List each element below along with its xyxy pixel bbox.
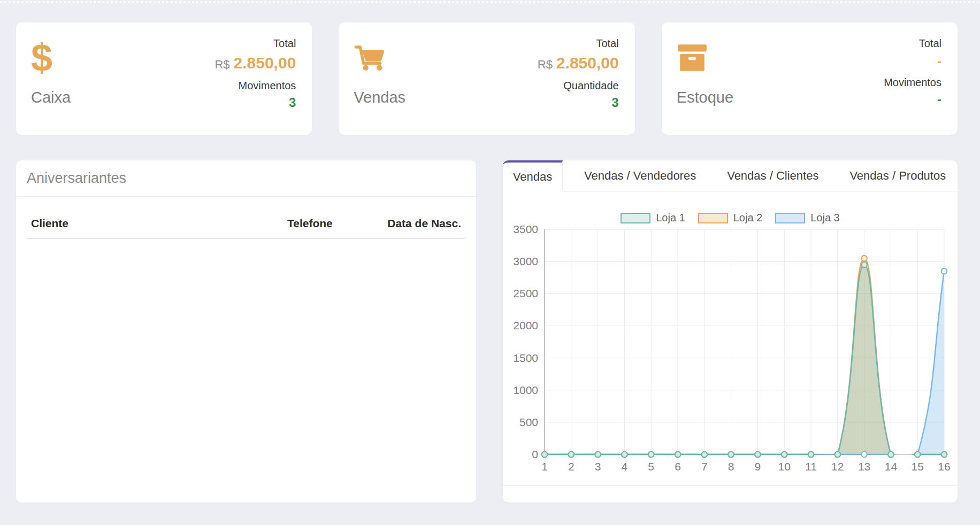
estoque-total-label: Total: [799, 37, 941, 50]
box-icon: [677, 43, 708, 73]
svg-text:11: 11: [805, 460, 817, 473]
legend-item-loja-2[interactable]: Loja 2: [698, 212, 763, 224]
svg-text:1: 1: [541, 460, 548, 473]
card-vendas-label: Vendas: [354, 89, 476, 106]
column-data-nasc: Data de Nasc.: [376, 217, 461, 230]
legend-label: Loja 1: [656, 212, 685, 224]
svg-text:14: 14: [885, 460, 898, 473]
svg-text:12: 12: [831, 460, 844, 473]
aniversariantes-panel: Aniversariantes Cliente Telefone Data de…: [16, 160, 476, 503]
aniversariantes-title: Aniversariantes: [16, 160, 476, 197]
legend-label: Loja 2: [733, 212, 763, 224]
cart-icon: [354, 44, 387, 71]
card-caixa: $ Caixa Total R$2.850,00 Movimentos 3: [16, 22, 312, 135]
caixa-total-label: Total: [153, 37, 296, 50]
svg-text:6: 6: [675, 460, 681, 473]
card-estoque: Estoque Total - Movimentos -: [662, 22, 958, 135]
card-vendas: Vendas Total R$2.850,00 Quantidade 3: [339, 22, 634, 135]
legend-label: Loja 3: [810, 212, 840, 224]
vendas-quantidade-value: 3: [476, 95, 618, 110]
svg-text:3000: 3000: [513, 255, 538, 267]
svg-text:4: 4: [622, 460, 628, 473]
svg-text:13: 13: [858, 460, 870, 473]
sales-line-chart[interactable]: 0500100015002000250030003500123456789101…: [503, 225, 958, 481]
panel-footer-divider: [503, 485, 958, 486]
caixa-movimentos-label: Movimentos: [153, 80, 296, 92]
legend-swatch: [775, 213, 805, 223]
legend-item-loja-1[interactable]: Loja 1: [621, 212, 685, 224]
svg-text:1000: 1000: [513, 384, 538, 396]
tab-vendas[interactable]: Vendas: [503, 160, 563, 191]
card-estoque-label: Estoque: [677, 89, 799, 106]
estoque-movimentos-label: Movimentos: [799, 76, 941, 89]
svg-text:500: 500: [519, 416, 538, 428]
svg-text:2500: 2500: [513, 287, 538, 299]
svg-text:5: 5: [648, 460, 654, 473]
card-caixa-label: Caixa: [31, 89, 153, 106]
stat-cards-row: $ Caixa Total R$2.850,00 Movimentos 3 Ve…: [16, 22, 958, 135]
aniversariantes-table: Cliente Telefone Data de Nasc.: [16, 197, 476, 239]
sales-tabbar: Vendas Vendas / Vendedores Vendas / Clie…: [503, 160, 958, 191]
vendas-total-value: R$2.850,00: [476, 54, 618, 72]
caixa-movimentos-value: 3: [153, 95, 296, 110]
estoque-total-value: -: [799, 54, 941, 69]
vendas-quantidade-label: Quantidade: [476, 80, 618, 92]
currency-prefix: R$: [538, 58, 553, 71]
tab-vendas-clientes[interactable]: Vendas / Clientes: [727, 169, 818, 183]
caixa-total-value: R$2.850,00: [153, 54, 296, 72]
table-header-row: Cliente Telefone Data de Nasc.: [27, 213, 465, 239]
legend-swatch: [698, 213, 728, 223]
svg-text:9: 9: [755, 460, 761, 473]
svg-text:8: 8: [728, 460, 734, 473]
tab-vendas-vendedores[interactable]: Vendas / Vendedores: [584, 169, 696, 183]
dollar-icon: $: [31, 38, 52, 77]
svg-text:1500: 1500: [513, 352, 538, 364]
vendas-total-label: Total: [476, 37, 618, 50]
svg-text:15: 15: [912, 460, 924, 473]
currency-prefix: R$: [215, 58, 229, 71]
svg-text:3: 3: [595, 460, 601, 473]
svg-text:2000: 2000: [513, 319, 538, 331]
chart-legend: Loja 1Loja 2Loja 3: [503, 212, 958, 224]
legend-swatch: [621, 213, 650, 223]
column-cliente: Cliente: [31, 217, 287, 230]
svg-text:16: 16: [938, 460, 950, 473]
svg-text:3500: 3500: [513, 225, 538, 235]
sales-panel: Vendas Vendas / Vendedores Vendas / Clie…: [503, 160, 958, 503]
legend-item-loja-3[interactable]: Loja 3: [775, 212, 840, 224]
tab-vendas-produtos[interactable]: Vendas / Produtos: [849, 169, 946, 183]
svg-text:0: 0: [532, 448, 538, 460]
svg-text:2: 2: [568, 460, 575, 473]
svg-text:7: 7: [701, 460, 708, 473]
estoque-movimentos-value: -: [799, 92, 941, 107]
column-telefone: Telefone: [287, 217, 376, 230]
top-dotted-divider: [0, 1, 980, 3]
svg-text:10: 10: [778, 460, 791, 473]
